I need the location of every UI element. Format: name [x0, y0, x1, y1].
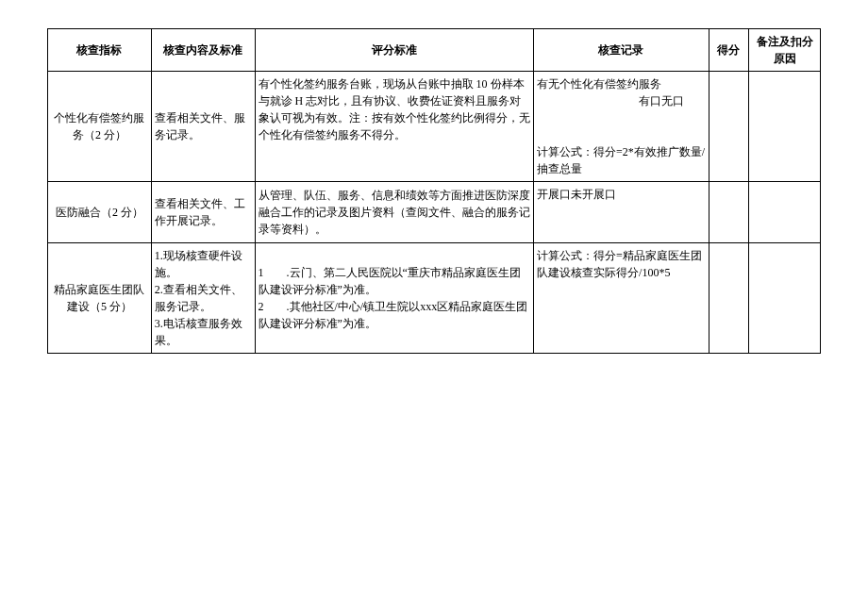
cell-score	[709, 72, 748, 182]
cell-criteria: 从管理、队伍、服务、信息和绩效等方面推进医防深度融合工作的记录及图片资料（查阅文…	[255, 182, 534, 243]
header-indicator: 核查指标	[48, 29, 152, 72]
header-row: 核查指标 核查内容及标准 评分标准 核查记录 得分 备注及扣分原因	[48, 29, 821, 72]
cell-indicator: 个性化有偿签约服务（2 分）	[48, 72, 152, 182]
cell-criteria: 有个性化签约服务台账，现场从台账中抽取 10 份样本与就诊 H 志对比，且有协议…	[255, 72, 534, 182]
cell-record: 计算公式：得分=精品家庭医生团队建设核查实际得分/100*5	[534, 243, 709, 354]
table-row: 个性化有偿签约服务（2 分） 查看相关文件、服务记录。 有个性化签约服务台账，现…	[48, 72, 821, 182]
cell-remark	[749, 243, 821, 354]
cell-record: 有无个性化有偿签约服务 有口无口计算公式：得分=2*有效推广数量/抽查总量	[534, 72, 709, 182]
cell-content: 查看相关文件、服务记录。	[151, 72, 255, 182]
header-remark: 备注及扣分原因	[749, 29, 821, 72]
cell-indicator: 医防融合（2 分）	[48, 182, 152, 243]
cell-score	[709, 243, 748, 354]
table-row: 精品家庭医生团队建设（5 分） 1.现场核查硬件设施。2.查看相关文件、服务记录…	[48, 243, 821, 354]
cell-criteria: 1 .云门、第二人民医院以“重庆市精品家庭医生团队建设评分标准”为准。2 .其他…	[255, 243, 534, 354]
header-criteria: 评分标准	[255, 29, 534, 72]
table-row: 医防融合（2 分） 查看相关文件、工作开展记录。 从管理、队伍、服务、信息和绩效…	[48, 182, 821, 243]
header-score: 得分	[709, 29, 748, 72]
cell-remark	[749, 182, 821, 243]
assessment-table: 核查指标 核查内容及标准 评分标准 核查记录 得分 备注及扣分原因 个性化有偿签…	[47, 28, 821, 354]
header-record: 核查记录	[534, 29, 709, 72]
cell-indicator: 精品家庭医生团队建设（5 分）	[48, 243, 152, 354]
cell-record: 开展口未开展口	[534, 182, 709, 243]
cell-content: 查看相关文件、工作开展记录。	[151, 182, 255, 243]
cell-content: 1.现场核查硬件设施。2.查看相关文件、服务记录。3.电话核查服务效果。	[151, 243, 255, 354]
cell-score	[709, 182, 748, 243]
header-content: 核查内容及标准	[151, 29, 255, 72]
cell-remark	[749, 72, 821, 182]
